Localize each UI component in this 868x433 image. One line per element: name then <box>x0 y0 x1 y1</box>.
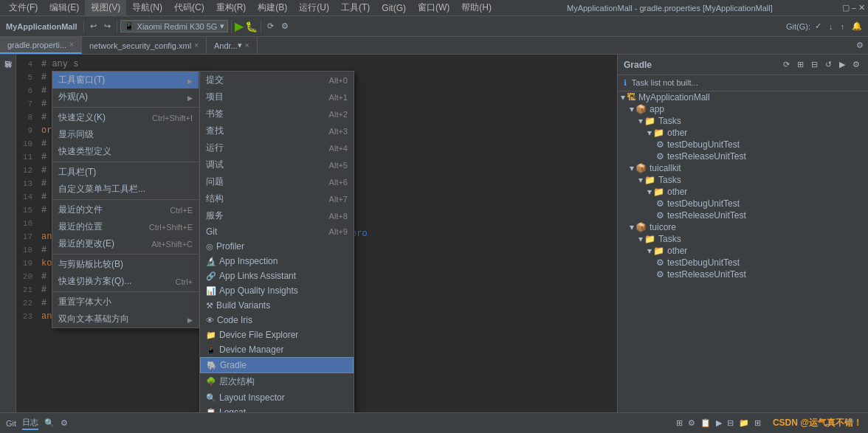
toolwindow-submenu[interactable]: 提交 Alt+0 项目 Alt+1 书签 Alt+2 查找 Alt+3 运行 <box>199 71 354 412</box>
menu-edit[interactable]: 编辑(E) <box>44 0 85 15</box>
menu-git[interactable]: Git(G) <box>376 1 412 15</box>
notification-btn[interactable]: 🔔 <box>849 20 865 32</box>
tree-tuicore-tasks[interactable]: ▾ 📁 Tasks <box>618 233 868 245</box>
menu-recentlocations[interactable]: 最近的位置 Ctrl+Shift+E <box>52 218 199 235</box>
menu-bididir[interactable]: 双向文本基础方向 <box>52 311 199 328</box>
gradle-tree[interactable]: ▾ 🏗 MyApplicationMall ▾ 📦 app ▾ 📁 Tasks … <box>618 91 868 412</box>
tab-network-security-close[interactable]: × <box>194 41 199 49</box>
tree-app-tasks[interactable]: ▾ 📁 Tasks <box>618 115 868 127</box>
submenu-problems[interactable]: 问题 Alt+6 <box>200 173 354 190</box>
menu-compareWithClipboard[interactable]: 与剪贴板比较(B) <box>52 256 199 273</box>
tab-network-security[interactable]: network_security_config.xml × <box>82 37 207 54</box>
bottom-tab-git[interactable]: Git <box>6 419 16 428</box>
menu-navigate[interactable]: 导航(N) <box>126 0 168 15</box>
menu-resetfontsize[interactable]: 重置字体大小 <box>52 294 199 311</box>
btn-right-5[interactable]: ⊟ <box>727 418 734 427</box>
bottom-settings-icon[interactable]: ⚙ <box>61 418 68 428</box>
submenu-find[interactable]: 查找 Alt+3 <box>200 122 354 139</box>
submenu-run[interactable]: 运行 Alt+4 <box>200 139 354 156</box>
gradle-refresh-btn[interactable]: ↺ <box>823 59 834 70</box>
btn-right-7[interactable]: ⊞ <box>754 418 761 427</box>
redo-btn[interactable]: ↪ <box>101 20 114 32</box>
menu-window[interactable]: 窗口(W) <box>412 0 455 15</box>
debug-button[interactable]: 🐛 <box>245 21 258 32</box>
gradle-collapse-btn[interactable]: ⊟ <box>809 59 820 70</box>
gradle-expand-btn[interactable]: ⊞ <box>795 59 806 70</box>
git-push-btn[interactable]: ↑ <box>838 21 848 32</box>
submenu-git[interactable]: Git Alt+9 <box>200 224 354 239</box>
submenu-gradle[interactable]: 🐘 Gradle <box>200 357 354 373</box>
tab-andr-close[interactable]: × <box>245 41 249 49</box>
tab-settings-btn[interactable]: ⚙ <box>852 41 868 50</box>
tab-andr[interactable]: Andr... ▾ × <box>207 37 258 54</box>
menu-quickswitch[interactable]: 快速切换方案(Q)... Ctrl+ <box>52 273 199 290</box>
gradle-run-btn[interactable]: ▶ <box>837 59 847 70</box>
btn-right-2[interactable]: ⚙ <box>688 418 695 427</box>
submenu-hierarchy[interactable]: 🌳 层次结构 <box>200 373 354 390</box>
menu-tools[interactable]: 工具(T) <box>335 0 376 15</box>
tree-tuicallkit-tasks[interactable]: ▾ 📁 Tasks <box>618 174 868 186</box>
bottom-search-icon[interactable]: 🔍 <box>44 418 55 428</box>
btn-right-3[interactable]: 📋 <box>700 418 711 427</box>
tree-tuicore[interactable]: ▾ 📦 tuicore <box>618 221 868 233</box>
submenu-buildvariants[interactable]: ⚒ Build Variants <box>200 298 354 313</box>
tree-tuicallkit[interactable]: ▾ 📦 tuicallkit <box>618 162 868 174</box>
submenu-project[interactable]: 项目 Alt+1 <box>200 89 354 105</box>
git-check-btn[interactable]: ✓ <box>812 20 824 32</box>
submenu-logcat[interactable]: 📋 Logcat <box>200 405 354 412</box>
tab-gradle-properties[interactable]: gradle.properti... × <box>0 37 82 54</box>
menu-appearance[interactable]: 外观(A) <box>52 89 199 105</box>
menu-quicktypedef[interactable]: 快速类型定义 <box>52 143 199 160</box>
sidebar-resource-manager[interactable]: R <box>5 60 10 69</box>
view-menu-dropdown[interactable]: 工具窗口(T) 外观(A) 快速定义(K) Ctrl+Shift+I 显示同级 … <box>52 71 199 328</box>
menu-recentchanges[interactable]: 最近的更改(E) Alt+Shift+C <box>52 235 199 252</box>
device-selector[interactable]: 📱 Xiaomi Redmi K30 5G ▾ <box>120 20 229 32</box>
tree-tuicallkit-other[interactable]: ▾ 📁 other <box>618 186 868 198</box>
run-button[interactable]: ▶ <box>235 19 244 33</box>
tree-app[interactable]: ▾ 📦 app <box>618 103 868 115</box>
tab-gradle-properties-close[interactable]: × <box>69 41 74 49</box>
submenu-applinks[interactable]: 🔗 App Links Assistant <box>200 269 354 283</box>
menu-toolbar[interactable]: 工具栏(T) <box>52 164 199 181</box>
settings-btn[interactable]: ⚙ <box>278 20 292 32</box>
menu-showsiblings[interactable]: 显示同级 <box>52 126 199 143</box>
submenu-bookmarks[interactable]: 书签 Alt+2 <box>200 105 354 122</box>
tree-app-testdebug[interactable]: ⚙ testDebugUnitTest <box>618 139 868 150</box>
menu-code[interactable]: 代码(C) <box>168 0 210 15</box>
menu-refactor[interactable]: 重构(R) <box>210 0 252 15</box>
bottom-tab-log[interactable]: 日志 <box>22 417 38 430</box>
btn-right-6[interactable]: 📁 <box>739 418 749 427</box>
tree-tuicore-other[interactable]: ▾ 📁 other <box>618 245 868 257</box>
btn-right-1[interactable]: ⊞ <box>676 418 683 427</box>
tree-tuicallkit-testdebug[interactable]: ⚙ testDebugUnitTest <box>618 198 868 209</box>
submenu-debug[interactable]: 调试 Alt+5 <box>200 156 354 173</box>
submenu-devicemanager[interactable]: 📱 Device Manager <box>200 342 354 357</box>
sync-btn[interactable]: ⟳ <box>264 20 277 32</box>
submenu-commit[interactable]: 提交 Alt+0 <box>200 72 354 89</box>
gradle-sync-btn[interactable]: ⟳ <box>781 59 792 70</box>
gradle-settings-btn[interactable]: ⚙ <box>850 59 862 70</box>
menu-run[interactable]: 运行(U) <box>293 0 335 15</box>
tree-tuicallkit-testrelease[interactable]: ⚙ testReleaseUnitTest <box>618 209 868 221</box>
submenu-appinspection[interactable]: 🔬 App Inspection <box>200 254 354 269</box>
menu-file[interactable]: 文件(F) <box>3 0 44 15</box>
menu-recentfiles[interactable]: 最近的文件 Ctrl+E <box>52 201 199 218</box>
submenu-profiler[interactable]: ◎ Profiler <box>200 239 354 254</box>
tree-tuicore-testrelease[interactable]: ⚙ testReleaseUnitTest <box>618 269 868 280</box>
submenu-layoutinspector[interactable]: 🔍 Layout Inspector <box>200 390 354 405</box>
menu-quickdef[interactable]: 快速定义(K) Ctrl+Shift+I <box>52 109 199 126</box>
menu-customize-menus[interactable]: 自定义菜单与工具栏... <box>52 181 199 198</box>
submenu-structure[interactable]: 结构 Alt+7 <box>200 190 354 207</box>
btn-right-4[interactable]: ▶ <box>716 418 722 427</box>
tree-tuicore-testdebug[interactable]: ⚙ testDebugUnitTest <box>618 257 868 269</box>
menu-build[interactable]: 构建(B) <box>252 0 293 15</box>
tab-dropdown-icon[interactable]: ▾ <box>238 41 242 50</box>
tree-app-other[interactable]: ▾ 📁 other <box>618 127 868 139</box>
git-update-btn[interactable]: ↓ <box>826 21 836 32</box>
menu-toolwindow[interactable]: 工具窗口(T) <box>52 72 199 89</box>
submenu-devicefileexplorer[interactable]: 📁 Device File Explorer <box>200 328 354 342</box>
submenu-appquality[interactable]: 📊 App Quality Insights <box>200 283 354 298</box>
tree-root[interactable]: ▾ 🏗 MyApplicationMall <box>618 91 868 103</box>
submenu-services[interactable]: 服务 Alt+8 <box>200 207 354 224</box>
submenu-codeiris[interactable]: 👁 Code Iris <box>200 313 354 328</box>
